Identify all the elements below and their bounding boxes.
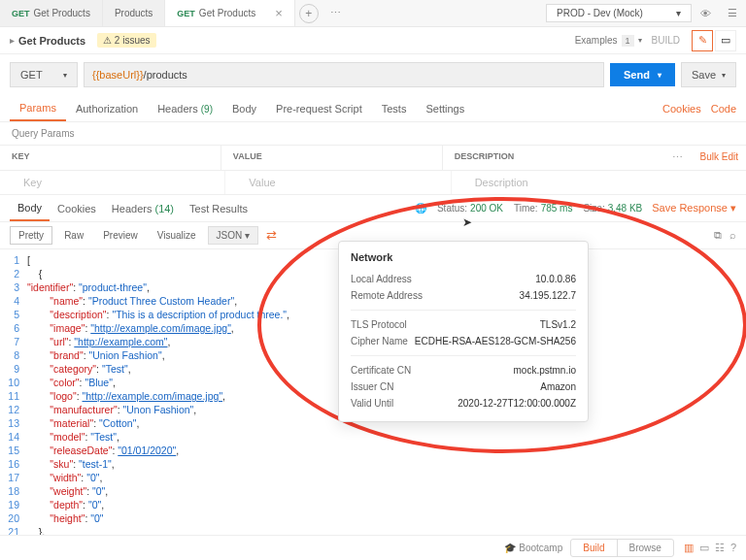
- search-icon[interactable]: ⌕: [729, 229, 736, 242]
- key-input[interactable]: Key: [0, 171, 225, 194]
- tab-tests[interactable]: Tests: [372, 97, 417, 120]
- cookies-link[interactable]: Cookies: [662, 103, 701, 115]
- tab-prerequest[interactable]: Pre-request Script: [266, 97, 372, 120]
- tab-settings[interactable]: Settings: [416, 97, 474, 120]
- examples-dropdown[interactable]: Examples1▾: [575, 35, 642, 47]
- more-tabs-button[interactable]: ⋯: [324, 2, 348, 25]
- request-title: Get Products: [18, 35, 85, 47]
- chevron-down-icon: ▾: [676, 8, 681, 18]
- desc-input[interactable]: Description: [452, 171, 676, 194]
- col-value: VALUE: [221, 146, 443, 170]
- comment-icon[interactable]: ▭: [715, 30, 736, 51]
- edit-icon[interactable]: ✎: [692, 30, 713, 51]
- network-popover: Network Local Address10.0.0.86Remote Add…: [338, 241, 589, 422]
- code-link[interactable]: Code: [711, 103, 736, 115]
- environment-select[interactable]: PROD - Dev (Mock)▾: [546, 4, 692, 22]
- build-label: BUILD: [652, 35, 680, 46]
- view-visualize[interactable]: Visualize: [150, 227, 204, 244]
- value-input[interactable]: Value: [225, 171, 451, 194]
- pane-icon-2[interactable]: ▭: [699, 542, 709, 554]
- tab-products[interactable]: Products: [103, 0, 165, 26]
- resp-tab-headers[interactable]: Headers (14): [104, 197, 182, 220]
- copy-icon[interactable]: ⧉: [714, 229, 722, 242]
- resp-tab-body[interactable]: Body: [10, 196, 50, 221]
- method-select[interactable]: GET▾: [10, 62, 78, 87]
- close-icon[interactable]: ×: [275, 6, 283, 20]
- view-pretty[interactable]: Pretty: [10, 226, 52, 245]
- tab-auth[interactable]: Authorization: [66, 97, 148, 120]
- pane-icon-1[interactable]: ▥: [684, 542, 694, 554]
- mode-segment[interactable]: Build Browse: [570, 539, 674, 557]
- wrap-icon[interactable]: ⇄: [266, 228, 277, 243]
- eye-icon[interactable]: 👁: [694, 2, 717, 25]
- resp-tab-test[interactable]: Test Results: [182, 197, 255, 220]
- save-response-button[interactable]: Save Response ▾: [652, 202, 736, 214]
- send-button[interactable]: Send▾: [610, 63, 675, 86]
- view-preview[interactable]: Preview: [95, 227, 146, 244]
- popover-title: Network: [351, 251, 576, 263]
- settings-icon[interactable]: ☰: [721, 2, 744, 25]
- mode-browse[interactable]: Browse: [617, 540, 673, 556]
- bootcamp-button[interactable]: 🎓 Bootcamp: [504, 543, 562, 553]
- tab-params[interactable]: Params: [10, 96, 66, 121]
- tab-body[interactable]: Body: [222, 97, 266, 120]
- tab-headers[interactable]: Headers (9): [148, 97, 222, 120]
- mode-build[interactable]: Build: [571, 540, 616, 556]
- col-key: KEY: [0, 146, 221, 170]
- save-button[interactable]: Save▾: [681, 62, 736, 87]
- tab-get-products-1[interactable]: GETGet Products: [0, 0, 103, 26]
- col-desc: DESCRIPTION: [443, 146, 663, 170]
- query-params-label: Query Params: [0, 122, 746, 145]
- add-tab-button[interactable]: +: [299, 4, 319, 23]
- bulk-edit-button[interactable]: Bulk Edit: [693, 146, 746, 170]
- pane-icon-3[interactable]: ☷: [715, 542, 725, 554]
- more-columns-button[interactable]: ⋯: [663, 146, 693, 170]
- view-raw[interactable]: Raw: [56, 227, 91, 244]
- collapse-icon[interactable]: ▸: [10, 35, 15, 46]
- url-input[interactable]: {{baseUrl}}/products: [84, 62, 604, 87]
- resp-tab-cookies[interactable]: Cookies: [50, 197, 104, 220]
- format-select[interactable]: JSON ▾: [208, 226, 258, 245]
- globe-icon[interactable]: 🌐: [415, 203, 426, 214]
- tab-get-products-active[interactable]: GETGet Products×: [165, 0, 294, 26]
- help-icon[interactable]: ?: [730, 542, 736, 554]
- issues-badge[interactable]: ⚠ 2 issues: [97, 33, 155, 48]
